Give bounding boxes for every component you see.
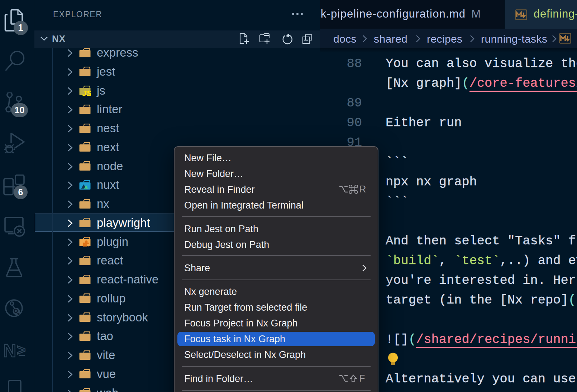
svg-text:R: R: [359, 185, 366, 195]
svg-text:JS: JS: [82, 89, 91, 96]
svg-text:N: N: [3, 341, 16, 361]
svg-text:F: F: [359, 374, 365, 384]
